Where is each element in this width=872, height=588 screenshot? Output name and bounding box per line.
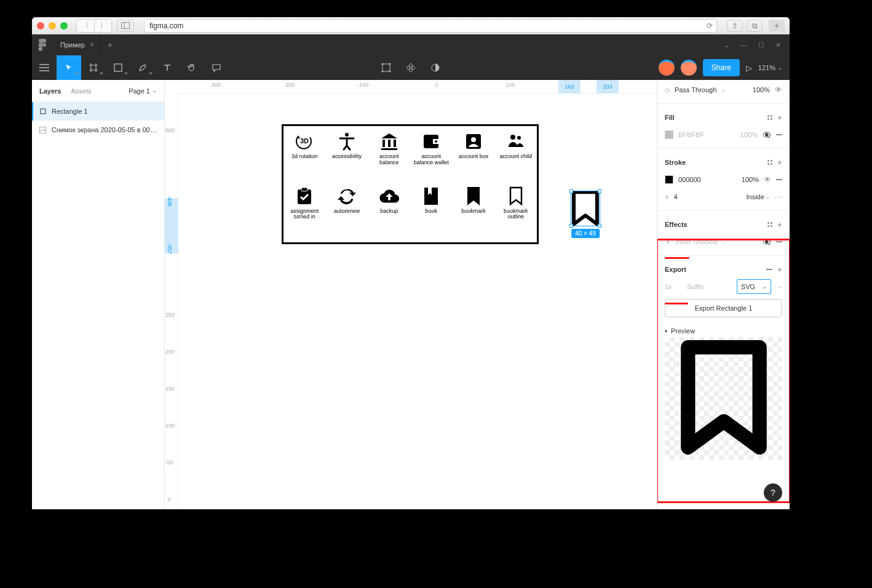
stroke-position[interactable]: Inside ⌄ [746,193,769,201]
resize-handle[interactable] [598,224,601,228]
selected-bookmark-shape[interactable]: 40 × 49 [571,191,600,226]
back-button[interactable]: 〈 [77,20,94,32]
stroke-swatch[interactable] [665,175,673,184]
component-icon[interactable] [398,55,423,80]
chevron-down-icon[interactable]: ⌄ [724,41,729,49]
window-maximize-icon[interactable]: ☐ [758,41,764,49]
export-section: Export + 1x Suffix SVG⌄ ··· Export Recta… [657,256,790,322]
close-tab-icon[interactable]: × [90,41,94,49]
fill-section: Fill + BFBFBF 100% 👁‍🗨 [657,104,790,149]
icon-cell: account balance wallet [410,131,453,183]
export-button[interactable]: Export Rectangle 1 [665,299,782,317]
file-tab[interactable]: Пример × [53,34,101,55]
shape-tool[interactable] [106,55,130,80]
remove-export-button[interactable] [766,269,772,270]
fill-opacity[interactable]: 100% [740,131,758,138]
icon-label: autorenew [334,209,360,215]
edit-object-icon[interactable] [374,55,398,80]
stroke-weight[interactable]: 4 [673,193,677,201]
add-stroke-button[interactable]: + [777,157,782,167]
icon-label: account balance [371,154,408,166]
close-window-icon[interactable] [37,22,44,30]
export-size[interactable]: 1x [665,283,683,290]
resize-handle[interactable] [569,224,573,228]
style-icon[interactable] [767,222,772,227]
hidden-icon[interactable]: 👁‍🗨 [763,238,771,246]
mask-icon[interactable] [423,55,448,80]
export-format-select[interactable]: SVG⌄ [737,279,771,294]
export-more-icon[interactable]: ··· [775,283,782,290]
icon-cell: account box [453,131,495,183]
svg-point-5 [382,63,384,65]
resize-handle[interactable] [569,189,573,193]
style-icon[interactable] [767,115,772,120]
window-minimize-icon[interactable]: — [740,41,747,49]
layer-row[interactable]: Rectangle 1 [32,102,164,121]
icon-label: 3d rotation [291,154,318,160]
avatar-2[interactable] [681,60,697,76]
blend-mode[interactable]: Pass Through [675,86,716,93]
add-export-button[interactable]: + [777,264,782,274]
hidden-icon[interactable]: 👁‍🗨 [763,131,771,139]
icon-label: account child [499,154,532,160]
svg-rect-3 [114,64,122,71]
new-tab-button[interactable]: ＋ [769,20,785,32]
tabs-icon[interactable]: ⧉ [747,20,763,32]
icon-cell: autorenew [326,186,368,238]
remove-stroke-button[interactable] [776,179,782,180]
resize-handle[interactable] [598,189,601,193]
zoom-select[interactable]: 121% ⌄ [758,64,782,71]
avatar-1[interactable] [659,60,675,76]
tab-layers[interactable]: Layers [39,87,61,95]
sidebar-toggle-icon[interactable] [117,20,134,32]
comment-tool[interactable] [204,55,229,80]
window-close-icon[interactable]: ✕ [775,41,781,49]
remove-effect-button[interactable] [776,241,782,242]
stroke-more-icon[interactable]: ··· [775,193,782,201]
svg-rect-0 [122,23,130,29]
effect-type[interactable]: Inner Shadow [676,238,718,245]
add-tab-button[interactable]: + [101,40,119,50]
maximize-window-icon[interactable] [60,22,68,30]
icon-cell: account balance [368,131,410,183]
layer-row[interactable]: Снимок экрана 2020-05-05 в 00.… [32,121,164,139]
share-icon[interactable]: ⇪ [727,20,743,32]
svg-point-18 [471,137,476,142]
hamburger-menu-icon[interactable] [32,55,57,80]
minimize-window-icon[interactable] [49,22,56,30]
fill-swatch[interactable] [665,130,673,139]
present-icon[interactable]: ▷ [746,63,752,73]
share-button[interactable]: Share [703,59,740,76]
help-button[interactable]: ? [764,483,782,502]
stroke-opacity[interactable]: 100% [742,176,759,183]
autorenew-icon [336,186,357,207]
canvas[interactable]: -300 -200 -100 0 100 163 203 -500 -406 -… [165,80,657,509]
forward-button[interactable]: 〉 [94,20,111,32]
move-tool[interactable] [57,55,81,80]
text-tool[interactable] [155,55,180,80]
reload-icon[interactable]: ⟳ [707,22,713,30]
icon-cell: account child [494,131,537,183]
frame-tool[interactable] [81,55,106,80]
remove-fill-button[interactable] [776,134,782,135]
layer-opacity[interactable]: 100% [753,86,770,93]
add-effect-button[interactable]: + [777,220,782,229]
pen-tool[interactable] [130,55,155,80]
figma-logo-icon[interactable] [32,34,53,55]
preview-toggle[interactable]: ▾ Preview [657,322,790,337]
page-select[interactable]: Page 1 ⌄ [129,87,157,95]
visible-icon[interactable]: 👁 [764,175,771,184]
figma-titlebar: Пример × + ⌄ — ☐ ✕ [32,34,790,55]
tab-assets[interactable]: Assets [71,87,91,95]
svg-text:3D: 3D [300,137,309,145]
fill-hex[interactable]: BFBFBF [678,131,704,138]
address-bar[interactable]: figma.com ⟳ [144,19,717,33]
hand-tool[interactable] [180,55,204,80]
export-suffix[interactable]: Suffix [687,283,733,290]
effect-settings-icon[interactable]: ☀ [665,238,671,246]
add-fill-button[interactable]: + [777,113,782,122]
mac-window: 〈 〉 figma.com ⟳ ⇪ ⧉ ＋ Пример × + ⌄ — ☐ ✕ [32,17,790,509]
stroke-hex[interactable]: 000000 [678,176,701,183]
visible-icon[interactable]: 👁 [775,85,782,94]
style-icon[interactable] [767,160,772,165]
